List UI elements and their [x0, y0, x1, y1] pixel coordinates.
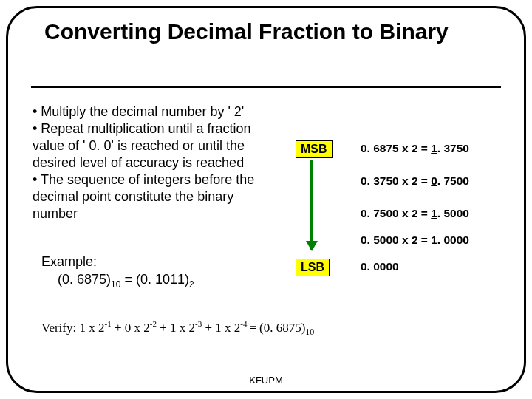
verify-m3: + 1 x 2	[202, 321, 240, 335]
verify-e4: -4	[240, 319, 249, 328]
bullet-2: • Repeat multiplication until a fraction…	[33, 120, 276, 171]
footer-text: KFUPM	[0, 375, 532, 386]
calc-3c: . 5000	[437, 207, 469, 219]
calc-1c: . 3750	[437, 142, 469, 154]
example-lhs-sub: 10	[111, 279, 120, 290]
calc-4c: . 0000	[437, 233, 469, 246]
example-label: Example:	[41, 253, 194, 270]
slide: Converting Decimal Fraction to Binary • …	[0, 0, 532, 399]
calc-2a: 0. 3750 x 2 =	[361, 174, 431, 187]
calc-row-3: 0. 7500 x 2 = 1. 5000	[361, 207, 469, 220]
example-rhs: (0. 1011)	[136, 272, 189, 287]
title-rule	[31, 86, 501, 88]
example-block: Example: (0. 6875)10 = (0. 1011)2	[41, 253, 194, 290]
example-equation: (0. 6875)10 = (0. 1011)2	[41, 270, 194, 290]
calc-2c: . 7500	[437, 174, 469, 187]
verify-m2: + 1 x 2	[157, 321, 195, 335]
verify-post: = (0. 6875)	[249, 321, 305, 335]
calc-4a: 0. 5000 x 2 =	[361, 233, 431, 246]
calc-1b: 1	[431, 142, 437, 154]
calc-row-1: 0. 6875 x 2 = 1. 3750	[361, 142, 469, 155]
example-lhs: (0. 6875)	[58, 272, 111, 287]
verify-sub: 10	[305, 327, 314, 337]
calc-row-4: 0. 5000 x 2 = 1. 0000	[361, 233, 469, 247]
calc-3b: 1	[431, 207, 437, 219]
verify-e1: -1	[104, 319, 111, 328]
lsb-label: LSB	[296, 259, 330, 276]
slide-title: Converting Decimal Fraction to Binary	[44, 19, 502, 45]
calc-2b: 0	[431, 174, 437, 187]
arrow-down-icon	[310, 160, 313, 250]
calc-row-5: 0. 0000	[361, 260, 399, 273]
example-eq: =	[120, 272, 136, 287]
verify-m1: + 0 x 2	[112, 321, 150, 335]
calc-4b: 1	[431, 233, 437, 246]
calc-row-2: 0. 3750 x 2 = 0. 7500	[361, 174, 469, 188]
calc-1a: 0. 6875 x 2 =	[361, 142, 431, 154]
bullet-list: • Multiply the decimal number by ' 2' • …	[33, 103, 276, 222]
bullet-3: • The sequence of integers before the de…	[33, 171, 276, 222]
msb-label: MSB	[296, 140, 332, 158]
calc-3a: 0. 7500 x 2 =	[361, 207, 431, 219]
verify-e2: -2	[150, 319, 157, 328]
verify-line: Verify: 1 x 2-1 + 0 x 2-2 + 1 x 2-3 + 1 …	[41, 319, 314, 338]
example-rhs-sub: 2	[189, 279, 194, 290]
verify-e3: -3	[195, 319, 202, 328]
bullet-1: • Multiply the decimal number by ' 2'	[33, 103, 276, 120]
verify-pre: Verify: 1 x 2	[41, 321, 104, 335]
